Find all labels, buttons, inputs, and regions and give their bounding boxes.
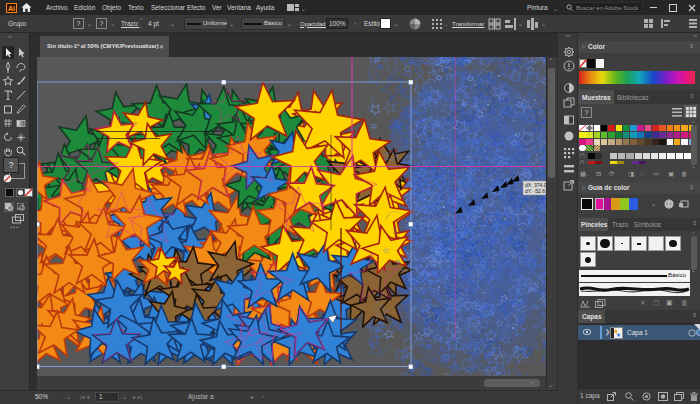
svg-text:dY: -52.6: dY: -52.6 bbox=[525, 188, 545, 194]
